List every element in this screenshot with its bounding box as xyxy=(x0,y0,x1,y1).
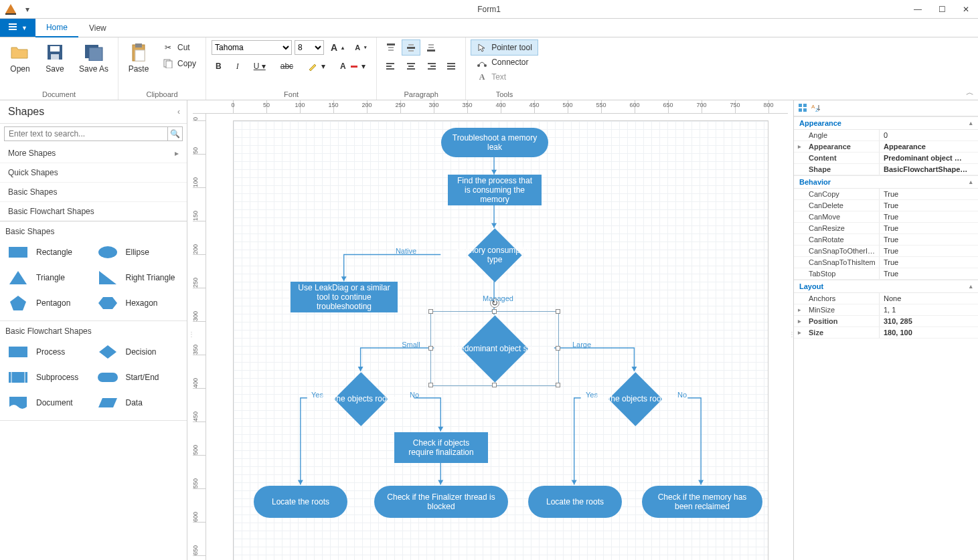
shape-stencil-item[interactable]: Triangle xyxy=(5,267,92,288)
alphabetical-view-button[interactable]: AZ xyxy=(811,103,821,114)
property-row[interactable]: ▸AppearanceAppearance xyxy=(794,141,978,153)
expand-icon[interactable]: ▸ xyxy=(798,318,801,324)
window-minimize-button[interactable]: ― xyxy=(906,0,930,19)
selection-handle[interactable] xyxy=(556,309,560,314)
property-row[interactable]: CanCopyTrue xyxy=(794,189,978,200)
selection-handle[interactable] xyxy=(556,346,560,351)
save-button[interactable]: Save xyxy=(40,40,70,75)
italic-button[interactable]: I xyxy=(232,59,243,74)
shape-stencil-item[interactable]: Start/End xyxy=(95,367,182,388)
shape-category[interactable]: More Shapes▸ xyxy=(0,144,187,163)
underline-button[interactable]: U ▾ xyxy=(250,59,270,74)
shape-stencil-item[interactable]: Subprocess xyxy=(5,367,92,388)
shapes-search-button[interactable]: 🔍 xyxy=(168,126,183,141)
property-category-header[interactable]: Layout▴ xyxy=(794,280,978,293)
right-splitter[interactable] xyxy=(788,100,793,560)
shape-stencil-item[interactable]: Hexagon xyxy=(95,292,182,314)
ribbon-tab-view[interactable]: View xyxy=(78,19,117,37)
selection-handle[interactable] xyxy=(428,309,433,314)
align-center-button[interactable] xyxy=(402,59,420,74)
pointer-tool-button[interactable]: Pointer tool xyxy=(471,40,538,55)
bold-button[interactable]: B xyxy=(212,59,226,74)
align-top-button[interactable] xyxy=(382,40,400,55)
qat-customize-chevron[interactable]: ▾ xyxy=(21,5,33,14)
property-row[interactable]: CanDeleteTrue xyxy=(794,200,978,211)
shape-stencil-item[interactable]: Document xyxy=(5,392,92,413)
diagram-shape-terminator[interactable]: Locate the roots xyxy=(254,486,347,518)
open-button[interactable]: Open xyxy=(5,40,35,75)
property-category-header[interactable]: Behavior▴ xyxy=(794,175,978,189)
diagram-shape-terminator[interactable]: Troubleshoot a memory leak xyxy=(441,128,548,157)
property-row[interactable]: CanMoveTrue xyxy=(794,211,978,223)
align-right-button[interactable] xyxy=(422,59,440,74)
property-row[interactable]: CanSnapToOtherItemsTrue xyxy=(794,246,978,257)
diagram-shape-decision[interactable]: Are the objects rooted? xyxy=(582,372,689,426)
property-row[interactable]: ContentPredominant object … xyxy=(794,153,978,164)
font-color-button[interactable]: A ▾ xyxy=(336,59,370,74)
diagram-shape-terminator[interactable]: Check if the Finalizer thread is blocked xyxy=(374,486,508,518)
diagram-shape-decision[interactable]: Memory consumption type xyxy=(441,228,548,282)
property-row[interactable]: ▸Position310, 285 xyxy=(794,316,978,327)
shape-stencil-item[interactable]: Data xyxy=(95,392,182,413)
font-size-select[interactable]: 8 xyxy=(295,40,324,55)
diagram-shape-process[interactable]: Use LeakDiag or a similar tool to contin… xyxy=(291,282,398,312)
align-left-button[interactable] xyxy=(382,59,400,74)
expand-icon[interactable]: ▸ xyxy=(798,329,801,336)
cut-button[interactable]: ✂ Cut xyxy=(159,40,200,55)
ribbon-collapse-button[interactable]: ︿ xyxy=(966,87,974,98)
categorized-view-button[interactable] xyxy=(798,103,807,114)
property-row[interactable]: ▸MinSize1, 1 xyxy=(794,304,978,316)
selection-handle[interactable] xyxy=(492,383,497,387)
expand-icon[interactable]: ▸ xyxy=(798,143,801,150)
diagram-shape-decision[interactable]: Are the objects rooted? xyxy=(307,372,414,426)
property-row[interactable]: Angle0 xyxy=(794,130,978,141)
property-row[interactable]: CanRotateTrue xyxy=(794,234,978,246)
window-close-button[interactable]: ✕ xyxy=(954,0,978,19)
shape-stencil-item[interactable]: Decision xyxy=(95,341,182,363)
diagram-shape-terminator[interactable]: Check if the memory has been reclaimed xyxy=(642,486,762,518)
property-row[interactable]: AnchorsNone xyxy=(794,293,978,304)
diagram-canvas[interactable]: Troubleshoot a memory leakFind the proce… xyxy=(206,114,788,560)
property-category-header[interactable]: Appearance▴ xyxy=(794,116,978,130)
font-family-select[interactable]: Tahoma xyxy=(212,40,292,55)
highlight-button[interactable]: ▾ xyxy=(304,59,329,74)
selection-handle[interactable] xyxy=(428,383,433,387)
shape-stencil-item[interactable]: Pentagon xyxy=(5,292,92,314)
grow-font-button[interactable]: A▴ xyxy=(327,40,348,55)
diagram-page[interactable]: Troubleshoot a memory leakFind the proce… xyxy=(233,120,768,560)
diagram-shape-process[interactable]: Find the process that is consuming the m… xyxy=(448,175,542,205)
shape-category[interactable]: Quick Shapes xyxy=(0,163,187,183)
align-middle-button[interactable] xyxy=(402,40,420,55)
connector-tool-button[interactable]: Connector xyxy=(471,55,534,70)
property-row[interactable]: ▸Size180, 100 xyxy=(794,327,978,339)
shrink-font-button[interactable]: A▾ xyxy=(351,40,371,55)
shape-category[interactable]: Basic Flowchart Shapes xyxy=(0,202,187,221)
shape-stencil-item[interactable]: Right Triangle xyxy=(95,267,182,288)
collapse-left-panel-button[interactable]: ‹ xyxy=(177,107,180,116)
paste-button[interactable]: Paste xyxy=(124,40,153,75)
shape-category[interactable]: Basic Shapes xyxy=(0,183,187,202)
shape-stencil-item[interactable]: Process xyxy=(5,341,92,363)
file-menu-button[interactable]: ▼ xyxy=(0,19,35,37)
diagram-shape-process[interactable]: Check if objects require finalization xyxy=(394,432,488,463)
property-row[interactable]: TabStopTrue xyxy=(794,268,978,280)
selection-handle[interactable] xyxy=(428,346,433,351)
expand-icon[interactable]: ▸ xyxy=(798,306,801,313)
left-splitter[interactable] xyxy=(187,100,193,560)
text-tool-button[interactable]: A Text xyxy=(471,70,511,84)
align-bottom-button[interactable] xyxy=(422,40,440,55)
property-row[interactable]: CanSnapToThisItemTrue xyxy=(794,257,978,268)
shape-stencil-item[interactable]: Rectangle xyxy=(5,242,92,263)
window-maximize-button[interactable]: ☐ xyxy=(930,0,954,19)
selection-handle[interactable] xyxy=(492,309,497,314)
align-justify-button[interactable] xyxy=(442,59,460,74)
shapes-search-input[interactable] xyxy=(4,126,168,141)
property-row[interactable]: ShapeBasicFlowchartShape… xyxy=(794,164,978,175)
selection-handle[interactable] xyxy=(556,383,560,387)
ribbon-tab-home[interactable]: Home xyxy=(35,19,78,37)
diagram-shape-terminator[interactable]: Locate the roots xyxy=(528,486,622,518)
shape-stencil-item[interactable]: Ellipse xyxy=(95,242,182,263)
copy-button[interactable]: Copy xyxy=(159,56,200,71)
property-row[interactable]: CanResizeTrue xyxy=(794,223,978,234)
strikethrough-button[interactable]: abc xyxy=(276,59,297,74)
